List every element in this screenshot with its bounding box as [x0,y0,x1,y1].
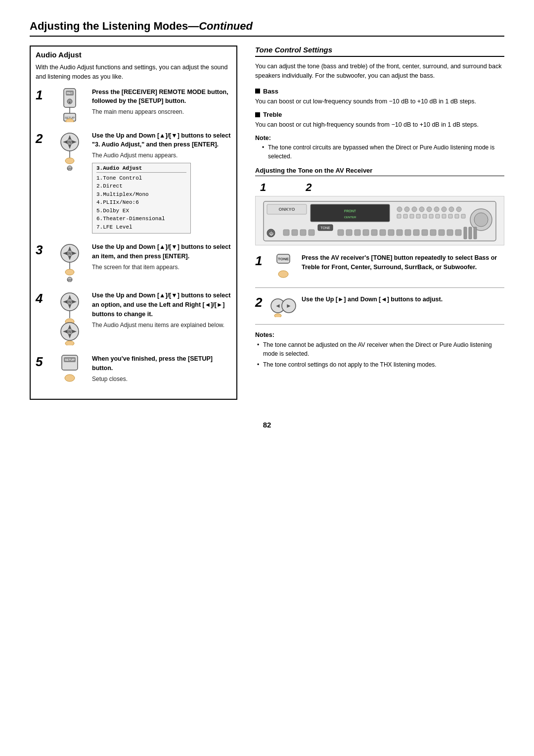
audio-adjust-title: Audio Adjust [36,50,231,59]
svg-rect-55 [311,204,390,222]
step-3-instruction: Use the Up and Down [▲]/[▼] buttons to s… [92,242,231,261]
tone-step-1: 1 TONE Press the AV receiver's [TONE] bu… [255,253,504,281]
svg-text:ENT: ENT [66,330,74,333]
svg-rect-71 [423,214,427,218]
svg-point-113 [274,314,281,317]
step-5-icon: SETUP [52,354,87,384]
av-number-1: 1 [260,181,266,194]
notes-label: Notes: [255,331,504,338]
notes-divider [255,324,504,325]
step-4-icon: ENT ENT [52,291,87,345]
svg-rect-93 [380,230,386,236]
note-2: The tone control settings do not apply t… [255,360,504,369]
svg-point-81 [474,213,488,227]
svg-text:◄: ◄ [275,302,281,309]
bass-bullet [255,89,260,94]
step-1-number: 1 [36,89,47,101]
svg-rect-100 [439,230,445,236]
svg-text:TONE: TONE [278,257,289,261]
treble-text: You can boost or cut high-frequency soun… [255,120,504,130]
menu-item-6: 6.Theater-Dimensional [96,215,186,223]
svg-text:ENT: ENT [66,300,74,304]
note-1: The tone cannot be adjusted on the AV re… [255,340,504,358]
svg-rect-72 [429,214,433,218]
svg-point-59 [404,207,409,212]
note-bullet-text: The tone control circuits are bypassed w… [260,143,504,161]
step-2-number: 2 [36,132,47,145]
bass-label: Bass [263,88,278,95]
svg-rect-98 [422,230,428,236]
treble-bullet [255,112,260,117]
step-2-instruction: Use the Up and Down [▲]/[▼] buttons to s… [92,131,231,150]
svg-rect-69 [410,214,414,218]
step-3-content: Use the Up and Down [▲]/[▼] buttons to s… [92,242,231,271]
tone-control-title: Tone Control Settings [255,46,504,57]
dial-icon-step3: ENT ENT [55,242,85,282]
av-receiver-illustration: ONKYO FRONT CENTER [255,196,504,245]
svg-rect-70 [416,214,420,218]
tone-step-1-instruction: Press the AV receiver's [TONE] button re… [302,253,504,272]
svg-rect-103 [464,227,467,239]
step-2-content: Use the Up and Down [▲]/[▼] buttons to s… [92,131,231,234]
page-title: Adjusting the Listening Modes—Continued [30,20,504,37]
svg-rect-105 [474,227,477,239]
step-2-description: The Audio Adjust menu appears. [92,151,231,160]
left-column: Audio Adjust With the Audio Adjust funct… [30,46,237,409]
svg-rect-75 [448,214,452,218]
svg-rect-68 [403,214,407,218]
menu-box: 3.Audio Adjust 1.Tone Control 2.Direct 3… [92,163,191,234]
title-text: Adjusting the Listening Modes [30,20,188,32]
tone-step-2: 2 ◄ ► Use the Up [►] and Down [◄] button… [255,295,504,317]
audio-adjust-intro: With the Audio Adjust functions and sett… [36,63,231,82]
setup-icon-step5: SETUP [57,354,83,384]
step-1: 1 REC ▲ SETUP [36,88,231,122]
notes-section: Notes: The tone cannot be adjusted on th… [255,331,504,369]
menu-header: 3.Audio Adjust [96,165,186,173]
note-text: The tone control circuits are bypassed w… [255,143,504,161]
svg-rect-102 [455,230,461,236]
av-receiver-svg: ONKYO FRONT CENTER [256,197,504,244]
menu-item-3: 3.Multiplex/Mono [96,190,186,199]
svg-point-62 [427,207,432,212]
title-continued: —Continued [188,20,253,32]
tone-steps: 1 TONE Press the AV receiver's [TONE] bu… [255,253,504,317]
dial-icon-step4: ENT ENT [55,291,85,345]
svg-point-61 [419,207,424,212]
lr-buttons-icon: ◄ ► [270,295,297,317]
tone-step-1-content: Press the AV receiver's [TONE] button re… [302,253,504,274]
svg-point-8 [66,119,74,122]
step-4-number: 4 [36,292,47,305]
receiver-icon: REC ▲ SETUP [57,88,83,122]
svg-rect-74 [442,214,446,218]
tone-step-2-content: Use the Up [►] and Down [◄] buttons to a… [302,295,504,306]
step-4: 4 ENT [36,291,231,345]
page-number: 82 [30,421,504,429]
audio-adjust-section: Audio Adjust With the Audio Adjust funct… [30,46,237,400]
svg-text:▲: ▲ [69,100,71,103]
svg-point-108 [278,271,288,278]
av-number-2: 2 [306,181,312,194]
svg-point-58 [397,207,402,212]
step-3-number: 3 [36,243,47,256]
svg-text:►: ► [286,302,292,309]
tone-step-2-icon: ◄ ► [270,295,297,317]
svg-rect-104 [469,227,472,239]
step-3: 3 ENT ENT [36,242,231,282]
step-1-instruction: Press the [RECEIVER] REMOTE MODE button,… [92,88,231,106]
svg-text:ENT: ENT [66,141,74,144]
note-label: Note: [255,135,504,142]
svg-text:FRONT: FRONT [344,209,356,213]
step-5-instruction: When you've finished, press the [SETUP] … [92,354,231,373]
step-5-content: When you've finished, press the [SETUP] … [92,354,231,383]
svg-point-65 [449,207,454,212]
svg-point-66 [456,207,461,212]
step-1-description: The main menu appears onscreen. [92,108,231,116]
dial-icon-step2: ENT ENT [55,131,85,171]
svg-text:ENT: ENT [67,279,72,282]
svg-rect-87 [309,230,314,236]
svg-rect-76 [455,214,459,218]
svg-point-51 [65,375,75,381]
svg-rect-85 [292,230,298,236]
svg-point-60 [412,207,417,212]
svg-text:SETUP: SETUP [65,358,75,361]
